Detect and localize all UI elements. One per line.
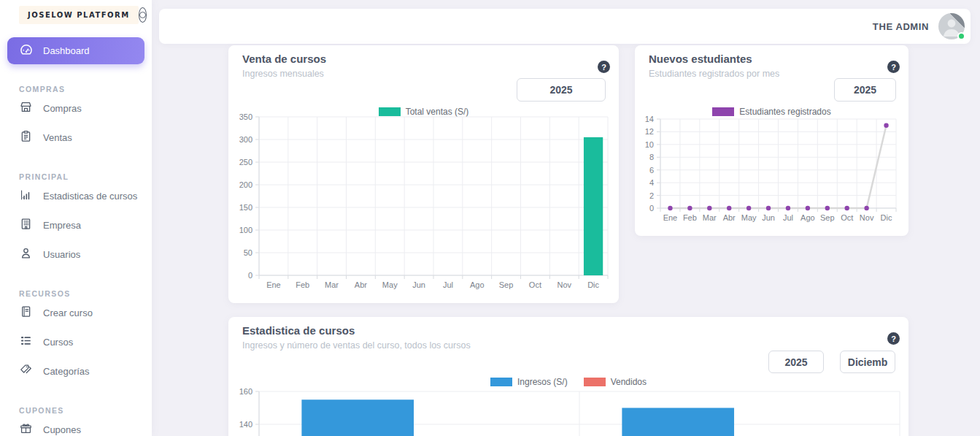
estadistica-bar-chart: 020406080100120140160	[228, 317, 908, 436]
svg-text:May: May	[741, 213, 757, 222]
sidebar-item-ventas[interactable]: Ventas	[0, 123, 152, 152]
sidebar: JOSELOW PLATFORM Dashboard COMPRAS Compr…	[0, 0, 152, 436]
svg-text:Jul: Jul	[443, 280, 453, 289]
gift-icon	[19, 421, 33, 436]
svg-text:Feb: Feb	[683, 213, 697, 222]
gauge-icon	[19, 42, 34, 60]
svg-text:250: 250	[239, 158, 252, 167]
svg-text:Oct: Oct	[841, 213, 853, 222]
sidebar-item-dashboard[interactable]: Dashboard	[7, 37, 144, 64]
estudiantes-line-chart: 02468101214EneFebMarAbrMayJunJulAgoSepOc…	[635, 45, 908, 236]
svg-text:10: 10	[645, 140, 654, 149]
sidebar-item-usuarios[interactable]: Usuarios	[0, 240, 152, 269]
user-icon	[19, 246, 33, 262]
svg-text:350: 350	[239, 112, 252, 121]
svg-text:12: 12	[645, 127, 654, 136]
svg-text:140: 140	[239, 420, 252, 429]
sidebar-collapse-icon[interactable]	[139, 7, 147, 23]
svg-text:Nov: Nov	[860, 213, 874, 222]
user-name: THE ADMIN	[873, 21, 929, 32]
svg-text:Dic: Dic	[881, 213, 892, 222]
sidebar-section-cupones: CUPONES	[0, 406, 152, 415]
online-status-dot	[957, 32, 965, 40]
svg-text:8: 8	[649, 153, 654, 161]
svg-text:Abr: Abr	[355, 280, 367, 289]
svg-text:Nov: Nov	[557, 280, 571, 289]
svg-text:Jul: Jul	[783, 213, 793, 222]
svg-text:May: May	[382, 280, 398, 289]
tags-icon	[19, 363, 33, 379]
sidebar-item-label: Ventas	[43, 132, 72, 143]
sidebar-section-recursos: RECURSOS	[0, 289, 152, 298]
svg-text:Ene: Ene	[266, 280, 281, 289]
sidebar-item-crear-curso[interactable]: Crear curso	[0, 298, 152, 327]
app-logo[interactable]: JOSELOW PLATFORM	[19, 6, 139, 24]
svg-text:Jun: Jun	[762, 213, 775, 222]
building-icon	[19, 217, 33, 233]
svg-text:Jun: Jun	[412, 280, 425, 289]
svg-text:Ago: Ago	[800, 213, 815, 222]
sidebar-item-compras[interactable]: Compras	[0, 93, 152, 123]
shop-icon	[19, 100, 33, 116]
sidebar-item-empresa[interactable]: Empresa	[0, 210, 152, 240]
svg-text:Ene: Ene	[663, 213, 678, 222]
sidebar-item-label: Usuarios	[43, 249, 80, 260]
clipboard-icon	[19, 129, 33, 145]
svg-text:Oct: Oct	[529, 280, 541, 289]
book-icon	[19, 305, 33, 321]
card-nuevos-estudiantes: Nuevos estudiantes Estudiantes registrad…	[635, 45, 908, 236]
user-avatar[interactable]	[938, 13, 965, 39]
list-icon	[19, 334, 33, 350]
ventas-bar-chart: 050100150200250300350EneFebMarAbrMayJunJ…	[228, 45, 619, 303]
svg-text:50: 50	[244, 248, 252, 257]
svg-text:0: 0	[248, 271, 252, 280]
sidebar-item-categorias[interactable]: Categorías	[0, 356, 152, 386]
svg-text:150: 150	[239, 203, 252, 212]
svg-text:4: 4	[649, 178, 654, 187]
sidebar-item-label: Categorías	[43, 366, 90, 377]
card-venta-de-cursos: Venta de cursos Ingresos mensuales ? 202…	[228, 45, 619, 303]
sidebar-item-label: Dashboard	[43, 45, 90, 56]
sidebar-item-label: Compras	[43, 103, 82, 114]
sidebar-item-label: Cupones	[43, 424, 81, 435]
svg-text:14: 14	[645, 115, 654, 123]
svg-text:Sep: Sep	[820, 213, 835, 222]
sidebar-item-label: Estadisticas de cursos	[43, 191, 137, 202]
svg-text:Feb: Feb	[296, 280, 309, 289]
sidebar-item-label: Cursos	[43, 337, 73, 348]
svg-text:0: 0	[649, 204, 654, 213]
card-estadistica-de-cursos: Estadistica de cursos Ingresos y número …	[228, 317, 908, 436]
svg-text:6: 6	[649, 166, 654, 175]
svg-text:Dic: Dic	[587, 280, 599, 289]
svg-text:Ago: Ago	[470, 280, 485, 289]
svg-text:200: 200	[239, 180, 252, 189]
svg-text:Abr: Abr	[723, 213, 736, 222]
sidebar-section-compras: COMPRAS	[0, 85, 152, 93]
svg-text:100: 100	[239, 226, 252, 234]
sidebar-item-cupones[interactable]: Cupones	[0, 415, 152, 436]
sidebar-item-label: Empresa	[43, 220, 81, 231]
svg-text:300: 300	[239, 135, 252, 144]
svg-text:Mar: Mar	[325, 280, 339, 289]
bar-chart-icon	[19, 188, 33, 204]
sidebar-item-cursos[interactable]: Cursos	[0, 327, 152, 356]
svg-text:Sep: Sep	[499, 280, 514, 289]
sidebar-section-principal: PRINCIPAL	[0, 172, 152, 181]
svg-text:Mar: Mar	[703, 213, 717, 222]
sidebar-item-estadisticas[interactable]: Estadisticas de cursos	[0, 181, 152, 210]
svg-text:160: 160	[239, 387, 252, 396]
sidebar-item-label: Crear curso	[43, 307, 93, 318]
svg-text:2: 2	[649, 191, 654, 200]
top-header: THE ADMIN	[159, 9, 971, 44]
